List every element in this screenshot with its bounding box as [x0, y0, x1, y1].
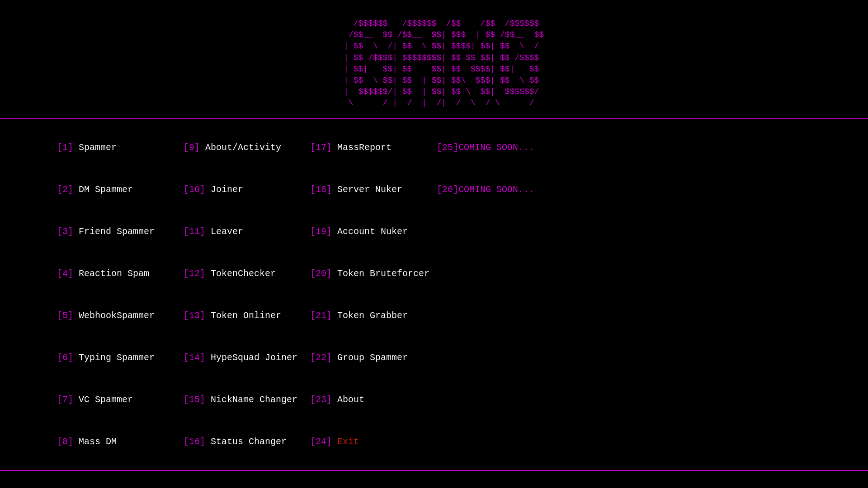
menu-container: [1] Spammer [2] DM Spammer [3] Friend Sp…: [0, 118, 868, 471]
menu-item-13[interactable]: [13] Token Onliner: [129, 295, 253, 337]
menu-column-2: [9] About/Activity [10] Joiner [11] Leav…: [127, 127, 253, 463]
menu-column-1: [1] Spammer [2] DM Spammer [3] Friend Sp…: [0, 127, 127, 463]
menu-item-5[interactable]: [5] WebhookSpammer: [3, 295, 127, 337]
menu-grid: [1] Spammer [2] DM Spammer [3] Friend Sp…: [0, 127, 868, 463]
menu-item-10[interactable]: [10] Joiner: [129, 169, 253, 211]
menu-item-22[interactable]: [22] Group Spammer: [256, 337, 380, 379]
menu-item-8[interactable]: [8] Mass DM: [3, 421, 127, 463]
menu-item-3[interactable]: [3] Friend Spammer: [3, 211, 127, 253]
menu-item-9[interactable]: [9] About/Activity: [129, 127, 253, 169]
menu-item-1[interactable]: [1] Spammer: [3, 127, 127, 169]
menu-item-15[interactable]: [15] NickName Changer: [129, 379, 253, 421]
menu-item-25[interactable]: [25]COMING SOON...: [382, 127, 506, 169]
bottom-area: [0, 471, 868, 488]
menu-item-20[interactable]: [20] Token Bruteforcer: [256, 253, 380, 295]
menu-item-2[interactable]: [2] DM Spammer: [3, 169, 127, 211]
menu-item-4[interactable]: [4] Reaction Spam: [3, 253, 127, 295]
ascii-art-logo: /$$$$$$ /$$$$$$ /$$ /$$ /$$$$$$ /$$__ $$…: [324, 18, 544, 109]
menu-item-17[interactable]: [17] MassReport: [256, 127, 380, 169]
menu-column-3: [17] MassReport [18] Server Nuker [19] A…: [253, 127, 380, 463]
menu-item-11[interactable]: [11] Leaver: [129, 211, 253, 253]
menu-item-24[interactable]: [24] Exit: [256, 421, 380, 463]
menu-item-6[interactable]: [6] Typing Spammer: [3, 337, 127, 379]
menu-item-14[interactable]: [14] HypeSquad Joiner: [129, 337, 253, 379]
menu-item-7[interactable]: [7] VC Spammer: [3, 379, 127, 421]
menu-item-16[interactable]: [16] Status Changer: [129, 421, 253, 463]
menu-item-21[interactable]: [21] Token Grabber: [256, 295, 380, 337]
menu-item-12[interactable]: [12] TokenChecker: [129, 253, 253, 295]
menu-item-23[interactable]: [23] About: [256, 379, 380, 421]
app: /$$$$$$ /$$$$$$ /$$ /$$ /$$$$$$ /$$__ $$…: [0, 0, 868, 488]
ascii-art-section: /$$$$$$ /$$$$$$ /$$ /$$ /$$$$$$ /$$__ $$…: [0, 0, 868, 118]
menu-item-18[interactable]: [18] Server Nuker: [256, 169, 380, 211]
menu-item-19[interactable]: [19] Account Nuker: [256, 211, 380, 253]
menu-column-4: [25]COMING SOON... [26]COMING SOON...: [380, 127, 506, 463]
menu-item-26[interactable]: [26]COMING SOON...: [382, 169, 506, 211]
